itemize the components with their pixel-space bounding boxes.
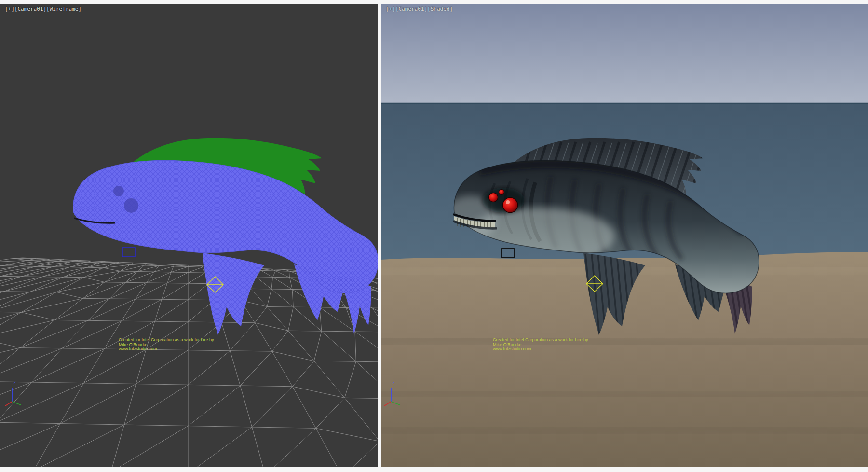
scene-credit-text: Created for Intel Corporation as a work …: [119, 338, 215, 352]
axis-x: [5, 402, 12, 406]
credit-line-3: www.fritzstudio.com: [493, 347, 589, 352]
viewport-shaded[interactable]: [+][Camera01][Shaded] Created for Intel …: [381, 4, 868, 467]
axis-z-label: z: [392, 380, 394, 385]
eye-large-highlight: [506, 200, 510, 204]
viewport-menu-shading[interactable]: [Shaded]: [427, 6, 453, 12]
eye-small: [499, 190, 504, 195]
viewport-menu-general[interactable]: [+]: [5, 6, 14, 12]
viewport-menu-pov[interactable]: [Camera01]: [395, 6, 427, 12]
scene-credit-text: Created for Intel Corporation as a work …: [493, 338, 589, 352]
fish-eye-large: [124, 198, 138, 213]
eye-large: [503, 198, 518, 213]
viewport-menu-pov[interactable]: [Camera01]: [14, 6, 46, 12]
axis-z-label: z: [13, 380, 15, 385]
eye-medium: [489, 193, 498, 202]
viewport-wireframe[interactable]: [+][Camera01][Wireframe] Created for Int…: [0, 4, 378, 467]
fish-eye-small: [113, 186, 124, 196]
viewport-menu-general[interactable]: [+]: [386, 6, 395, 12]
app-window: [+][Camera01][Wireframe] Created for Int…: [0, 0, 868, 472]
viewport-menu-shading[interactable]: [Wireframe]: [46, 6, 81, 12]
credit-line-3: www.fritzstudio.com: [119, 347, 215, 352]
fish-model-wireframe[interactable]: [73, 138, 378, 335]
viewport-label: [+][Camera01][Shaded]: [386, 6, 453, 12]
viewport-label: [+][Camera01][Wireframe]: [5, 6, 81, 12]
sky-background: [381, 4, 868, 103]
dummy-helper-box[interactable]: [122, 248, 135, 257]
